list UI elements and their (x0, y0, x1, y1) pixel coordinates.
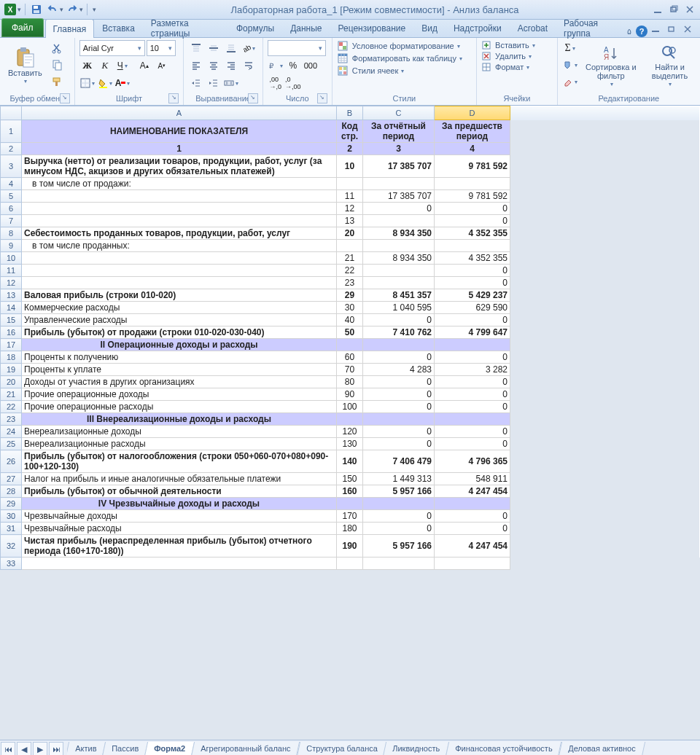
cell[interactable]: Коммерческие расходы (22, 302, 336, 313)
clear-icon[interactable]: ▾ (562, 74, 578, 90)
cell[interactable]: 12 (337, 203, 362, 214)
cell[interactable] (363, 183, 434, 184)
cell[interactable]: 1 449 313 (363, 473, 434, 485)
tab-Рабочая группа[interactable]: Рабочая группа (556, 18, 627, 37)
font-family-combo[interactable]: Arial Cyr▾ (79, 40, 145, 56)
dialog-launcher-icon[interactable]: ↘ (168, 93, 179, 103)
sheet-tab[interactable]: Деловая активнос (559, 742, 645, 755)
cell[interactable] (337, 418, 362, 420)
cell[interactable]: Налог на прибыль и иные аналогичные обяз… (22, 473, 336, 485)
shrink-font-icon[interactable]: A▾ (154, 58, 170, 74)
worksheet-area[interactable]: A B C D 1 НАИМЕНОВАНИЕ ПОКАЗАТЕЛЯ Код ст… (0, 106, 700, 740)
font-size-combo[interactable]: 10▾ (147, 40, 176, 56)
cell[interactable]: Внереализационные доходы (22, 426, 336, 437)
cell[interactable]: 11 (337, 190, 362, 202)
cell[interactable] (337, 245, 362, 246)
paste-button[interactable]: Вставить ▾ (4, 40, 46, 93)
insert-cells-button[interactable]: Вставить▾ (481, 40, 535, 50)
tab-Acrobat[interactable]: Acrobat (510, 18, 556, 37)
cell[interactable]: 0 (435, 438, 510, 450)
cell[interactable]: Прибыль (убыток) от продажи (строки 010-… (22, 326, 336, 338)
cell[interactable]: 8 451 357 (363, 289, 434, 301)
cell[interactable]: 0 (363, 510, 434, 522)
cell[interactable]: 5 957 166 (363, 485, 434, 497)
save-icon[interactable] (29, 2, 44, 17)
row-header[interactable]: 19 (1, 364, 22, 376)
cell[interactable]: Прочие операционные доходы (22, 388, 336, 400)
cell[interactable] (22, 208, 336, 209)
close-button[interactable] (682, 2, 697, 17)
cell[interactable]: IV Чрезвычайные доходы и расходы (22, 498, 336, 509)
orientation-icon[interactable]: ab▾ (241, 40, 257, 56)
cell[interactable]: Чрезвычайные доходы (22, 510, 336, 522)
borders-icon[interactable]: ▾ (79, 75, 96, 91)
column-header-D[interactable]: D (435, 106, 510, 120)
cell[interactable]: 9 781 592 (435, 160, 510, 172)
cell[interactable]: За предшеств период (435, 120, 510, 142)
cell[interactable]: За отчётный период (363, 120, 434, 142)
increase-decimal-icon[interactable]: ,00→,0 (268, 75, 284, 91)
decrease-indent-icon[interactable] (188, 75, 204, 91)
cell[interactable]: 8 934 350 (363, 252, 434, 264)
cell[interactable]: Внереализационные расходы (22, 438, 336, 450)
font-color-icon[interactable]: A▾ (114, 75, 131, 91)
cell[interactable]: III Внереализационные доходы и расходы (22, 413, 336, 425)
cell[interactable]: 40 (337, 314, 362, 326)
cell[interactable]: 130 (337, 438, 362, 450)
column-header-A[interactable]: A (22, 106, 337, 120)
cell[interactable]: 0 (363, 351, 434, 363)
cell[interactable]: 1 040 595 (363, 302, 434, 313)
cell[interactable]: 29 (337, 289, 362, 301)
undo-dropdown-icon[interactable]: ▾ (60, 6, 63, 13)
spreadsheet-grid[interactable]: A B C D 1 НАИМЕНОВАНИЕ ПОКАЗАТЕЛЯ Код ст… (0, 106, 700, 570)
cell[interactable]: Управленческие расходы (22, 314, 336, 326)
cell[interactable] (337, 344, 362, 345)
cell[interactable]: Проценты к уплате (22, 364, 336, 375)
cell[interactable]: 0 (363, 523, 434, 534)
cell[interactable] (435, 563, 510, 564)
cell[interactable]: Валовая прибыль (строки 010-020) (22, 289, 336, 301)
tab-Вид[interactable]: Вид (413, 18, 446, 37)
sheet-tab[interactable]: Финансовая устойчивость (446, 742, 562, 755)
cell[interactable]: 548 911 (435, 473, 510, 485)
autosum-icon[interactable]: Σ▾ (562, 40, 578, 56)
tab-Рецензирование[interactable]: Рецензирование (330, 18, 414, 37)
sheet-nav-next-icon[interactable]: ▶ (33, 742, 47, 755)
app-menu-dropdown-icon[interactable]: ▾ (18, 6, 21, 13)
tab-Главная[interactable]: Главная (45, 19, 95, 38)
cell[interactable]: 80 (337, 376, 362, 388)
cell[interactable]: 8 934 350 (363, 227, 434, 239)
align-right-icon[interactable] (223, 58, 239, 74)
cell[interactable]: Доходы от участия в других организациях (22, 376, 336, 388)
cell[interactable] (363, 245, 434, 246)
cell[interactable] (435, 418, 510, 420)
cell[interactable] (363, 282, 434, 283)
cell[interactable]: 0 (435, 426, 510, 437)
cell[interactable]: 0 (363, 314, 434, 326)
cell[interactable]: 5 429 237 (435, 289, 510, 301)
row-header[interactable]: 22 (1, 401, 22, 413)
row-header[interactable]: 10 (1, 252, 22, 265)
cell[interactable]: 0 (363, 203, 434, 214)
row-header[interactable]: 8 (1, 227, 22, 240)
cell[interactable]: 9 781 592 (435, 190, 510, 202)
cell[interactable] (337, 503, 362, 504)
row-header[interactable]: 15 (1, 314, 22, 326)
redo-icon[interactable] (65, 2, 79, 17)
cell[interactable]: 4 283 (363, 364, 434, 375)
sheet-tab[interactable]: Агрегированный баланс (191, 742, 300, 755)
cell[interactable]: в том числе проданных: (22, 240, 336, 251)
percent-icon[interactable]: % (285, 58, 301, 74)
sheet-nav-first-icon[interactable]: ⏮ (1, 742, 15, 755)
sheet-nav-prev-icon[interactable]: ◀ (17, 742, 31, 755)
cell[interactable]: 4 (435, 143, 510, 154)
copy-icon[interactable] (49, 57, 65, 73)
cell[interactable]: 2 (337, 143, 362, 154)
row-header[interactable]: 14 (1, 302, 22, 314)
cell[interactable]: 120 (337, 426, 362, 437)
fill-color-icon[interactable]: ▾ (97, 75, 113, 91)
cell[interactable]: Проценты к получению (22, 351, 336, 363)
sheet-tab[interactable]: Пассив (102, 742, 148, 755)
dialog-launcher-icon[interactable]: ↘ (317, 93, 327, 103)
delete-cells-button[interactable]: Удалить▾ (481, 51, 532, 61)
